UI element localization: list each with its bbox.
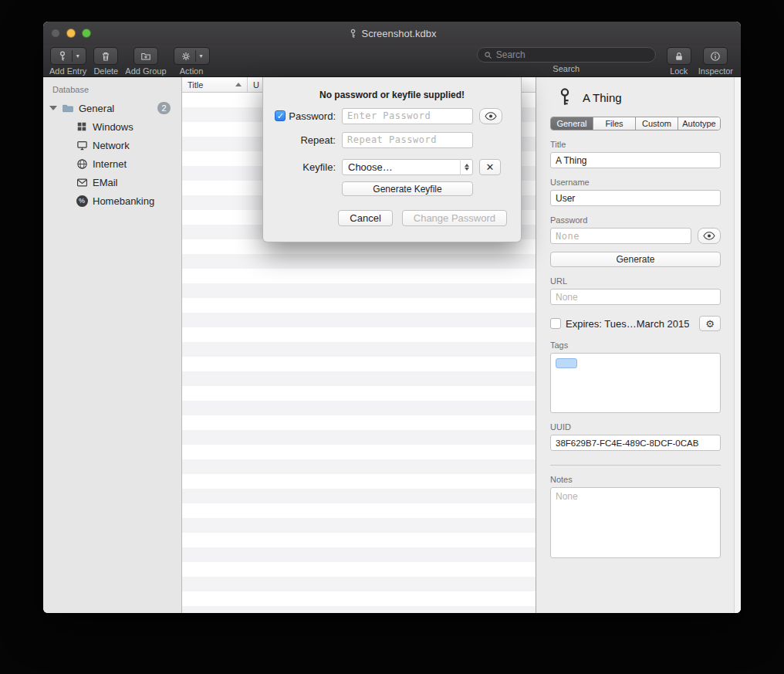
password-label: Password [550,215,721,225]
sidebar-item-homebanking[interactable]: % Homebanking [43,191,181,210]
search-icon [484,51,492,59]
info-icon [710,51,721,62]
sidebar-item-windows[interactable]: Windows [43,117,181,136]
sidebar-item-general[interactable]: General 2 [43,99,181,117]
sidebar-section-header: Database [43,83,181,99]
delete-button[interactable] [93,47,118,65]
lock-item: Lock [667,47,691,76]
section-divider [550,465,721,466]
username-label: Username [550,178,721,187]
inspector-panel: A Thing General Files Custom Autotype Ti… [536,77,741,613]
globe-icon [76,157,88,170]
popup-stepper-icon [460,159,472,175]
action-button[interactable]: ▾ [174,47,210,65]
lock-icon [674,51,684,62]
sidebar-item-label: EMail [93,177,118,188]
show-password-button[interactable] [479,108,502,124]
sort-ascending-icon [235,83,242,86]
envelope-icon [76,176,88,188]
url-label: URL [550,276,721,286]
disclosure-triangle-icon[interactable] [49,106,57,110]
clear-keyfile-button[interactable]: ✕ [479,159,501,175]
inspector-scrollbar[interactable] [734,77,741,613]
search-input[interactable] [496,49,649,60]
password-label-wrap: ✓ Password: [274,110,342,122]
action-label: Action [180,66,204,76]
sidebar-item-label: Windows [93,121,133,133]
delete-item: Delete [93,47,118,76]
keyfile-popup[interactable]: Choose… [342,159,473,175]
inspector-label: Inspector [698,66,733,76]
dialog-actions: Cancel Change Password [263,210,507,226]
keyfile-value: Choose… [348,161,393,173]
show-password-button[interactable] [698,228,721,244]
tags-box[interactable] [550,353,721,413]
toolbar-right: Search Lock Inspector [477,47,733,76]
inspector-tabs: General Files Custom Autotype [550,117,721,130]
sidebar-item-network[interactable]: Network [43,136,181,154]
sidebar-item-internet[interactable]: Internet [43,154,181,173]
column-title-label: Title [188,80,203,90]
key-icon [556,88,573,107]
document-proxy-icon[interactable] [348,29,358,39]
coin-percent-icon: % [76,195,88,207]
generate-keyfile-button[interactable]: Generate Keyfile [342,181,473,196]
gear-icon [181,51,191,62]
tab-custom[interactable]: Custom [636,117,678,130]
generate-password-button[interactable]: Generate [550,252,721,267]
chevron-down-icon[interactable]: ▾ [200,53,203,59]
change-password-button[interactable]: Change Password [402,210,507,226]
add-group-label: Add Group [125,66,166,76]
uuid-field[interactable] [550,435,721,451]
notes-label: Notes [550,475,721,484]
lock-button[interactable] [667,47,691,65]
keyfile-label: Keyfile: [274,161,342,173]
monitor-icon [76,139,88,151]
add-group-item: Add Group [125,47,166,76]
chevron-down-icon[interactable]: ▾ [76,53,79,59]
entry-header: A Thing [556,88,721,107]
title-label: Title [550,140,721,149]
close-icon: ✕ [486,161,495,173]
search-item: Search [477,47,656,73]
delete-label: Delete [93,66,118,76]
folder-plus-icon [140,51,151,62]
column-username-label: U [253,80,259,90]
button-divider [195,50,196,62]
key-icon [57,51,68,62]
search-field[interactable] [477,47,656,63]
title-field[interactable] [550,152,721,168]
tag-chip[interactable] [556,358,577,368]
password-checkbox[interactable]: ✓ [275,110,286,121]
change-password-sheet: No password or keyfile supplied! ✓ Passw… [262,77,522,242]
add-group-button[interactable] [133,47,158,65]
username-field[interactable] [550,190,721,206]
tab-autotype[interactable]: Autotype [678,117,720,130]
eye-icon [703,232,715,240]
expires-settings-button[interactable]: ⚙ [699,316,721,331]
expires-checkbox[interactable] [550,318,561,329]
sidebar: Database General 2 Windows [43,77,182,613]
search-label: Search [553,64,580,73]
url-field[interactable] [550,289,721,305]
add-entry-button[interactable]: ▾ [50,47,86,65]
inspector-button[interactable] [703,47,728,65]
count-badge: 2 [157,102,171,114]
column-header-title[interactable]: Title [182,77,248,92]
dialog-repeat-input[interactable] [342,132,473,148]
tab-general[interactable]: General [551,117,593,130]
button-divider [72,50,73,62]
notes-field[interactable] [550,487,721,558]
toolbar: ▾ Add Entry Delete Add Group [43,45,741,77]
dialog-password-row: ✓ Password: [274,107,507,124]
cancel-button[interactable]: Cancel [338,210,392,226]
dialog-repeat-row: Repeat: [274,131,507,148]
windows-icon [76,120,88,133]
dialog-password-input[interactable] [342,108,473,124]
password-field[interactable] [550,228,691,244]
app-window: Screenshot.kdbx ▾ Add Entry [43,22,741,613]
sidebar-item-email[interactable]: EMail [43,173,181,191]
uuid-label: UUID [550,422,721,432]
titlebar: Screenshot.kdbx [43,22,741,45]
tab-files[interactable]: Files [593,117,636,130]
